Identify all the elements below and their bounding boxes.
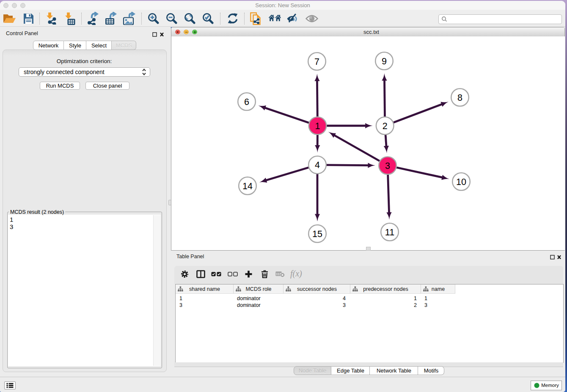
svg-text:8: 8 bbox=[457, 93, 462, 103]
svg-text:14: 14 bbox=[242, 181, 253, 191]
svg-text:9: 9 bbox=[382, 56, 387, 66]
svg-text:10: 10 bbox=[456, 177, 466, 187]
svg-text:15: 15 bbox=[312, 229, 322, 239]
svg-text:1: 1 bbox=[315, 121, 320, 131]
svg-text:3: 3 bbox=[385, 161, 390, 171]
svg-text:2: 2 bbox=[383, 121, 388, 131]
svg-text:7: 7 bbox=[314, 57, 319, 67]
svg-text:6: 6 bbox=[244, 97, 249, 107]
svg-text:4: 4 bbox=[315, 160, 320, 170]
svg-text:11: 11 bbox=[385, 227, 394, 237]
